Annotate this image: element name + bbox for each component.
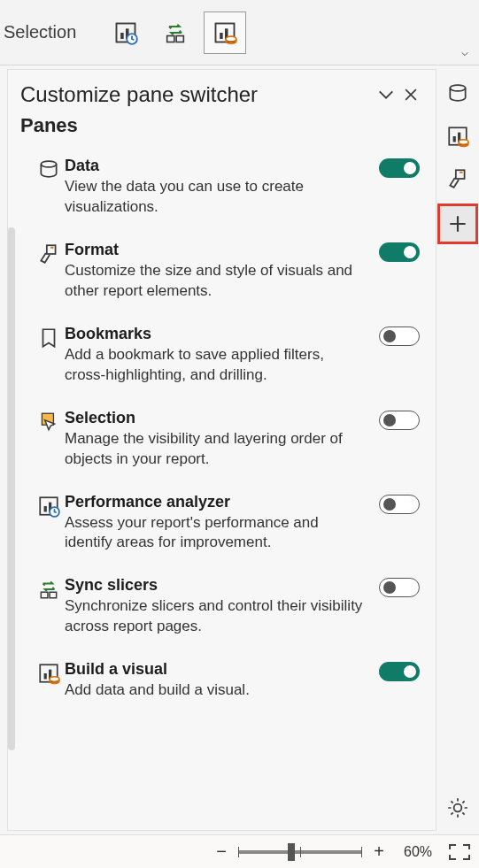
pane-item-desc: View the data you can use to create visu… [65, 177, 365, 218]
zoom-slider-thumb[interactable] [288, 843, 295, 861]
pane-item-build-visual: Build a visualAdd data and build a visua… [12, 649, 432, 713]
format-icon [446, 167, 469, 190]
toggle-build-visual[interactable] [379, 662, 420, 681]
zoom-out-button[interactable]: − [213, 841, 229, 862]
toggle-selection[interactable] [379, 411, 420, 430]
data-icon [37, 158, 60, 181]
bookmarks-icon [37, 326, 60, 350]
zoom-in-button[interactable]: + [371, 841, 387, 862]
toggle-format[interactable] [379, 242, 420, 262]
fit-to-page-button[interactable] [449, 844, 470, 860]
customize-pane-switcher-popup: Customize pane switcher Panes DataView t… [7, 69, 437, 831]
pane-item-title: Bookmarks [65, 325, 365, 343]
pane-item-format: FormatCustomize the size and style of vi… [12, 230, 432, 314]
close-button[interactable] [398, 82, 423, 107]
pane-switcher-rail [437, 65, 479, 834]
sync-icon [163, 20, 188, 45]
popup-title: Customize pane switcher [20, 82, 374, 107]
pane-item-desc: Synchronize slicers and control their vi… [65, 596, 365, 637]
toggle-sync-slicers[interactable] [379, 578, 420, 597]
toggle-performance-analyzer[interactable] [379, 495, 420, 514]
collapse-button[interactable] [374, 82, 398, 107]
gear-icon [446, 796, 469, 819]
selection-icon [37, 411, 60, 434]
format-icon [37, 242, 60, 265]
ribbon-group-label: Selection [4, 22, 76, 42]
pane-item-title: Selection [65, 409, 365, 427]
performance-icon [113, 20, 138, 45]
ribbon: Selection [0, 0, 479, 65]
pane-item-desc: Assess your report's performance and ide… [65, 513, 365, 554]
build-visual-icon [37, 662, 60, 685]
pane-item-performance-analyzer: Performance analyzerAssess your report's… [12, 482, 432, 566]
pane-item-title: Performance analyzer [65, 493, 365, 511]
pane-item-data: DataView the data you can use to create … [12, 146, 432, 230]
zoom-slider[interactable] [238, 850, 362, 854]
toggle-bookmarks[interactable] [379, 326, 420, 346]
format-pane-button[interactable] [440, 161, 475, 196]
pane-item-selection: SelectionManage the visibility and layer… [12, 398, 432, 482]
chevron-down-icon [376, 85, 396, 104]
panes-section-title: Panes [8, 109, 436, 146]
pane-item-title: Format [65, 241, 365, 259]
sync-slicers-ribbon-button[interactable] [154, 12, 197, 54]
pane-item-desc: Add a bookmark to save applied filters, … [65, 345, 365, 386]
pane-item-desc: Customize the size and style of visuals … [65, 261, 365, 302]
data-icon [446, 82, 469, 105]
settings-button[interactable] [440, 790, 475, 826]
build-visual-pane-button[interactable] [440, 119, 475, 154]
pane-item-title: Build a visual [65, 660, 365, 679]
close-icon [402, 86, 420, 104]
pane-list: DataView the data you can use to create … [8, 146, 436, 830]
performance-analyzer-icon [37, 495, 60, 518]
scrollbar[interactable] [8, 227, 15, 750]
performance-analyzer-ribbon-button[interactable] [104, 12, 147, 54]
pane-item-bookmarks: BookmarksAdd a bookmark to save applied … [12, 314, 432, 398]
pane-item-desc: Add data and build a visual. [65, 680, 365, 701]
build-visual-icon [212, 20, 237, 45]
build-visual-icon [446, 125, 469, 148]
build-visual-ribbon-button[interactable] [204, 12, 246, 54]
plus-icon [446, 212, 469, 235]
status-bar: − + 60% [0, 834, 479, 868]
pane-item-desc: Manage the visibility and layering order… [65, 429, 365, 470]
add-pane-button[interactable] [437, 204, 478, 244]
chevron-down-icon [458, 50, 472, 58]
pane-item-title: Sync slicers [65, 576, 365, 595]
pane-item-sync-slicers: Sync slicersSynchronize slicers and cont… [12, 565, 432, 649]
sync-slicers-icon [37, 578, 60, 601]
pane-item-title: Data [65, 157, 365, 175]
zoom-level: 60% [396, 844, 440, 860]
ribbon-expand-caret[interactable] [458, 47, 472, 61]
toggle-data[interactable] [379, 158, 420, 178]
data-pane-button[interactable] [440, 76, 475, 111]
